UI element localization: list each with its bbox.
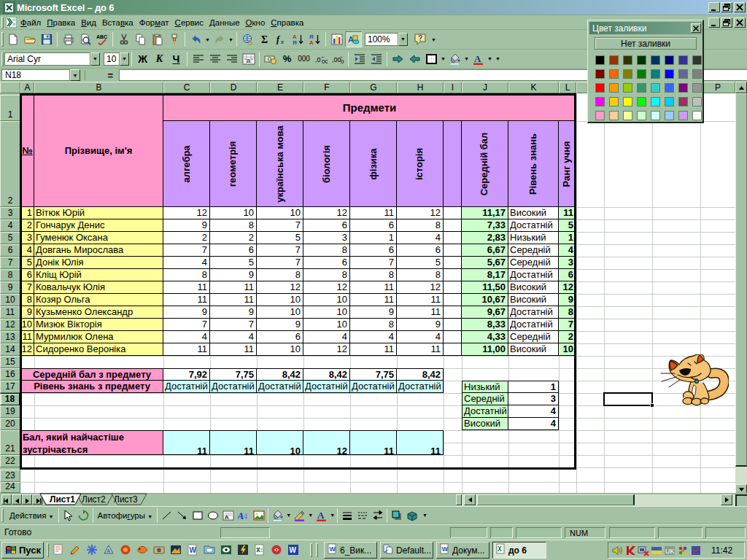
svg-text:А: А [317, 510, 325, 521]
svg-text:Лист3: Лист3 [114, 494, 138, 505]
svg-text:0: 0 [341, 58, 344, 65]
svg-text:x: x [280, 38, 284, 45]
svg-text:A: A [107, 548, 111, 553]
svg-text:Σ: Σ [261, 34, 268, 45]
svg-text:W: W [442, 545, 449, 553]
svg-text:W: W [290, 546, 297, 554]
svg-text:ABC: ABC [96, 34, 107, 39]
svg-text:f: f [276, 34, 280, 44]
svg-text:А: А [309, 39, 314, 45]
svg-text:UK: UK [665, 548, 675, 555]
svg-text:?: ? [418, 34, 422, 42]
svg-text:a: a [247, 57, 250, 64]
svg-text:A: A [225, 514, 229, 521]
svg-text:Лист2: Лист2 [82, 494, 106, 505]
svg-text:А: А [474, 53, 481, 64]
svg-text:,0: ,0 [315, 56, 321, 63]
svg-text:00: 00 [322, 58, 328, 65]
svg-text:4: 4 [243, 510, 248, 521]
svg-text:W: W [190, 546, 197, 554]
svg-text:Я: Я [293, 39, 297, 45]
svg-text:W: W [330, 545, 336, 553]
svg-text:Лист1: Лист1 [50, 494, 75, 505]
